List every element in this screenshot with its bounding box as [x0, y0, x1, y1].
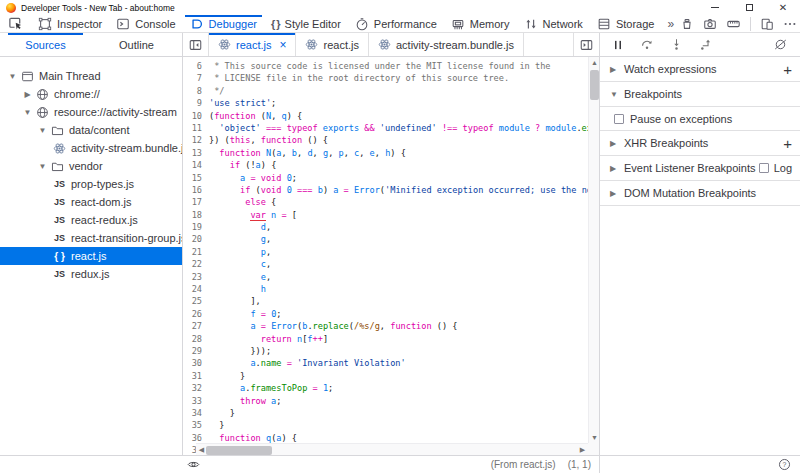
- code-line[interactable]: 15 a = void 0;: [183, 172, 588, 184]
- line-number[interactable]: 21: [183, 246, 209, 258]
- paint-flashing-button[interactable]: [680, 17, 694, 31]
- line-number[interactable]: 27: [183, 320, 209, 332]
- code-line[interactable]: 7 * LICENSE file in the root directory o…: [183, 72, 588, 84]
- line-number[interactable]: 33: [183, 395, 209, 407]
- step-out-button[interactable]: [699, 38, 713, 51]
- line-number[interactable]: 14: [183, 159, 209, 171]
- code-line[interactable]: 16 if (void 0 === b) a = Error('Minified…: [183, 184, 588, 196]
- source-tab-react.js[interactable]: react.js: [296, 33, 368, 56]
- chevron-right-icon[interactable]: ▶: [610, 65, 624, 74]
- code-line[interactable]: 23 e,: [183, 271, 588, 283]
- horizontal-scrollbar-thumb[interactable]: [206, 446, 272, 455]
- code-text[interactable]: }: [209, 407, 235, 419]
- panel-tab-outline[interactable]: Outline: [91, 33, 182, 56]
- code-text[interactable]: g,: [209, 233, 271, 245]
- line-number[interactable]: 12: [183, 134, 209, 146]
- code-line[interactable]: 34 }: [183, 407, 588, 419]
- code-text[interactable]: e,: [209, 271, 271, 283]
- source-tab-react.js[interactable]: react.js×: [209, 33, 296, 56]
- code-line[interactable]: 35 }: [183, 419, 588, 431]
- tab-console[interactable]: Console: [109, 15, 182, 32]
- line-number[interactable]: 31: [183, 370, 209, 382]
- line-number[interactable]: 10: [183, 110, 209, 122]
- code-text[interactable]: a.framesToPop = 1;: [209, 382, 333, 394]
- line-number[interactable]: 34: [183, 407, 209, 419]
- code-line[interactable]: 24 h: [183, 283, 588, 295]
- scroll-down-arrow[interactable]: ▼: [589, 432, 600, 443]
- code-line[interactable]: 30 a.name = 'Invariant Violation': [183, 357, 588, 369]
- code-text[interactable]: }: [209, 370, 245, 382]
- line-number[interactable]: 32: [183, 382, 209, 394]
- tree-item-vendor[interactable]: ▼vendor: [0, 157, 182, 175]
- tree-item-Main Thread[interactable]: ▼Main Thread: [0, 67, 182, 85]
- tree-item-prop-types.js[interactable]: JSprop-types.js: [0, 175, 182, 193]
- pick-element-button[interactable]: [0, 15, 31, 32]
- line-number[interactable]: 19: [183, 221, 209, 233]
- code-line[interactable]: 27 a = Error(b.replace(/%s/g, function (…: [183, 320, 588, 332]
- code-line[interactable]: 26 f = 0;: [183, 308, 588, 320]
- section-watch-expressions[interactable]: ▶Watch expressions+: [600, 57, 800, 82]
- code-line[interactable]: 17 else {: [183, 196, 588, 208]
- skip-pausing-button[interactable]: [773, 38, 788, 51]
- line-number[interactable]: 35: [183, 419, 209, 431]
- tab-inspector[interactable]: Inspector: [31, 15, 109, 32]
- tab-network[interactable]: Network: [517, 15, 590, 32]
- expand-panel-button[interactable]: [573, 33, 599, 56]
- tree-item-data/content[interactable]: ▼data/content: [0, 121, 182, 139]
- code-line[interactable]: 9'use strict';: [183, 97, 588, 109]
- line-number[interactable]: 25: [183, 295, 209, 307]
- horizontal-scrollbar[interactable]: ◀ ▶: [196, 443, 588, 455]
- code-text[interactable]: d,: [209, 221, 271, 233]
- chevron-down-icon[interactable]: ▼: [36, 162, 49, 171]
- measure-button[interactable]: [726, 17, 741, 31]
- code-text[interactable]: f = 0;: [209, 308, 282, 320]
- log-checkbox[interactable]: [759, 163, 769, 173]
- code-text[interactable]: p,: [209, 246, 271, 258]
- code-text[interactable]: c,: [209, 258, 271, 270]
- source-tab-activity-stream.bundle.js[interactable]: activity-stream.bundle.js: [369, 33, 524, 56]
- tab-memory[interactable]: Memory: [444, 15, 517, 32]
- code-text[interactable]: var n = [: [209, 209, 297, 221]
- line-number[interactable]: 15: [183, 172, 209, 184]
- add-button[interactable]: +: [783, 136, 792, 151]
- code-line[interactable]: 21 p,: [183, 246, 588, 258]
- tree-item-react.js[interactable]: { }react.js: [0, 247, 182, 265]
- more-tools-chevron-button[interactable]: »: [661, 15, 680, 32]
- chevron-down-icon[interactable]: ▼: [610, 90, 624, 99]
- code-text[interactable]: throw a;: [209, 395, 281, 407]
- section-dom-mutation-breakpoints[interactable]: ▶DOM Mutation Breakpoints: [600, 181, 800, 206]
- code-text[interactable]: else {: [209, 196, 276, 208]
- close-tab-button[interactable]: ×: [279, 38, 286, 52]
- line-number[interactable]: 24: [183, 283, 209, 295]
- code-text[interactable]: if (void 0 === b) a = Error('Minified ex…: [209, 184, 588, 196]
- code-area[interactable]: 6 * This source code is licensed under t…: [183, 57, 588, 455]
- chevron-down-icon[interactable]: ▼: [21, 108, 34, 117]
- code-text[interactable]: return n[f++]: [209, 333, 328, 345]
- code-text[interactable]: 'use strict';: [209, 97, 276, 109]
- tree-item-react-dom.js[interactable]: JSreact-dom.js: [0, 193, 182, 211]
- section-breakpoints[interactable]: ▼Breakpoints: [600, 82, 800, 107]
- line-number[interactable]: 30: [183, 357, 209, 369]
- chevron-down-icon[interactable]: ▼: [36, 126, 49, 135]
- chevron-down-icon[interactable]: ▼: [6, 72, 19, 81]
- window-maximize-button[interactable]: [732, 0, 766, 15]
- line-number[interactable]: 8: [183, 85, 209, 97]
- help-button[interactable]: ?: [778, 458, 791, 471]
- step-over-button[interactable]: [640, 38, 654, 51]
- responsive-design-mode-button[interactable]: [760, 17, 774, 31]
- code-text[interactable]: */: [209, 85, 225, 97]
- code-line[interactable]: 18 var n = [: [183, 209, 588, 221]
- source-map-toggle-button[interactable]: [186, 458, 201, 471]
- code-text[interactable]: }) (this, function () {: [209, 134, 328, 146]
- code-text[interactable]: function N(a, b, d, g, p, c, e, h) {: [209, 147, 406, 159]
- code-line[interactable]: 25 ],: [183, 295, 588, 307]
- chevron-right-icon[interactable]: ▶: [21, 90, 34, 99]
- line-number[interactable]: 9: [183, 97, 209, 109]
- tree-item-react-transition-group.js[interactable]: JSreact-transition-group.js: [0, 229, 182, 247]
- vertical-scrollbar-thumb[interactable]: [590, 70, 599, 100]
- step-in-button[interactable]: [670, 38, 683, 51]
- section-event-listener-breakpoints[interactable]: ▶Event Listener BreakpointsLog: [600, 156, 800, 181]
- code-text[interactable]: (function (N, q) {: [209, 110, 302, 122]
- source-origin-note[interactable]: (From react.js): [491, 459, 556, 470]
- code-line[interactable]: 33 throw a;: [183, 395, 588, 407]
